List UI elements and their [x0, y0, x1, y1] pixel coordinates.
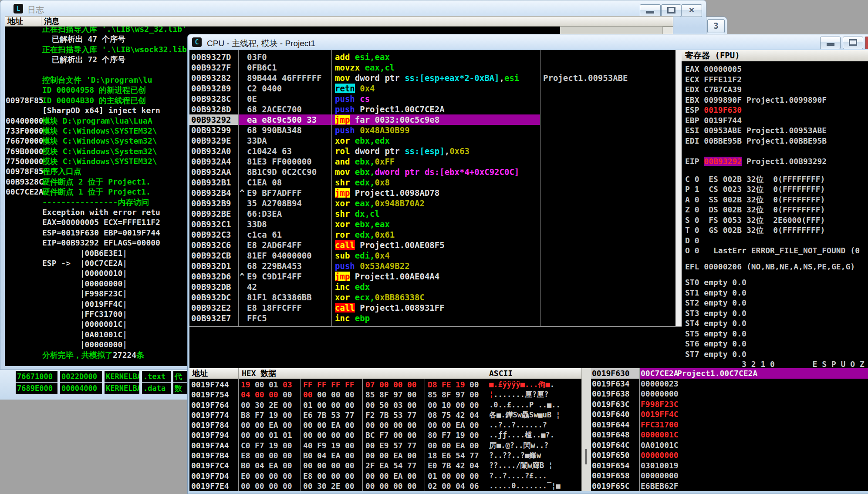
disasm-row[interactable]: 00B932E2E8 18FFCFFFcall Project1.008931F… [189, 302, 675, 313]
register-row[interactable]: ECX FFFE11F2 [682, 74, 868, 85]
stack-row[interactable]: 0019F63400000023 [591, 379, 868, 389]
stack-row[interactable]: 0019F65CE6BEB62F [591, 481, 868, 491]
disasm-row[interactable]: 00B932A481E3 FF000000and ebx,0xFF [189, 156, 675, 167]
minimize-button[interactable] [820, 37, 841, 49]
disasm-row[interactable]: 00B932D168 229BA453push 0x53A49B22 [189, 261, 675, 271]
disasm-row[interactable]: 00B93289C2 0400retn 0x4 [189, 83, 675, 94]
stack-row[interactable]: 0019F63CF998F23C [591, 399, 868, 410]
disasm-row[interactable]: 00B932A0c10424 63rol dword ptr ss:[esp],… [189, 146, 675, 156]
disasm-row[interactable]: 00B932E7FFC5inc ebp [189, 313, 675, 323]
register-row[interactable]: EDX C7B7CA39 [682, 84, 868, 95]
register-row[interactable]: EAX 00000005 [682, 64, 868, 74]
hexdump-row[interactable]: 0019F7A4C0F7190040F9190000E957770000EA00… [189, 440, 581, 450]
maximize-button[interactable] [843, 37, 863, 49]
hexdump-row[interactable]: 0019F7B4E8000000B004EA000000EA0018E65477… [189, 450, 581, 460]
register-row[interactable]: ST1 empty 0.0 [682, 288, 868, 298]
hexdump-column-hex[interactable]: HEX 数据 [242, 368, 276, 379]
register-row[interactable]: EBX 0099890F Project1.0099890F [682, 95, 868, 105]
hexdump-row[interactable]: 0019F7E40000000000302E000000000002000406… [189, 481, 581, 491]
close-button[interactable] [865, 37, 868, 49]
maximize-button[interactable] [661, 4, 681, 17]
log-message: 程序入口点 [42, 166, 81, 176]
window-button-fragment[interactable]: 3 [707, 19, 725, 33]
register-row[interactable]: ESI 00953ABE Project1.00953ABE [682, 125, 868, 136]
disasm-row[interactable]: 00B9329E33DAxor ebx,edx [189, 135, 675, 146]
register-row[interactable]: EDI 00BBE95B Project1.00BBE95B [682, 136, 868, 146]
hexdump-row[interactable]: 0019F7940000010100000000BCF7000080F71900… [189, 430, 581, 440]
disasm-row[interactable]: 00B9327F0FB6C1movzx eax,cl [189, 62, 675, 73]
register-row[interactable]: ESP 0019F630 [682, 105, 868, 115]
hexdump-vertical-scrollbar[interactable] [581, 368, 591, 491]
register-row[interactable] [682, 167, 868, 174]
disasm-row[interactable]: 00B9327D03F0add esi,eax [189, 52, 675, 62]
register-row[interactable]: P 1 CS 0023 32位 0(FFFFFFFF) [682, 184, 868, 195]
register-row[interactable]: O 0 LastErr ERROR_FILE_NOT_FOUND (0 [682, 245, 868, 256]
memmap-row[interactable]: 7689E00000004000KERNELBA.data数据 [0, 383, 189, 394]
register-row[interactable]: Z 0 DS 002B 32位 0(FFFFFFFF) [682, 205, 868, 215]
hexdump-row[interactable]: 0019F7C4B004EA00000000002FEA5477E07B4204… [189, 460, 581, 470]
register-row[interactable]: D 0 [682, 235, 868, 246]
register-row[interactable]: ST3 empty 0.0 [682, 308, 868, 319]
hexdump-row[interactable]: 0019F7540400000000000000858F9700858F9700… [189, 390, 581, 400]
hexdump-row[interactable]: 0019F76400302E00010000000050030000100000… [189, 400, 581, 410]
stack-row[interactable]: 0019F65000000000 [591, 450, 868, 460]
register-row[interactable]: ST7 empty 0.0 [682, 349, 868, 360]
stack-row[interactable]: 0019F65403010019 [591, 460, 868, 471]
disasm-row[interactable]: 00B9328289B444 46FFFFFFmov dword ptr ss:… [189, 73, 675, 83]
stack-row[interactable]: 0019F6400019FF4C [591, 409, 868, 420]
disassembly-scrollbar[interactable] [675, 50, 682, 326]
register-row[interactable]: ST5 empty 0.0 [682, 329, 868, 339]
disasm-row[interactable]: 00B9328D68 2ACEC700push Project1.00C7CE2… [189, 104, 675, 114]
register-row[interactable]: C 0 ES 002B 32位 0(FFFFFFFF) [682, 174, 868, 185]
log-column-message[interactable]: 消息 [41, 17, 60, 26]
hexdump-row[interactable]: 0019F7D4E0000000E80000000000EA0001000000… [189, 471, 581, 481]
stack-row[interactable]: 0019F63000C7CE2AProject1.00C7CE2A [591, 368, 868, 379]
hexdump-row[interactable]: 0019F7840000EA000000EA00000000000000EA00… [189, 420, 581, 430]
stack-row[interactable]: 0019F65800000000 [591, 470, 868, 481]
disasm-row[interactable]: 00B93292ea e8c9c500 33jmp far 0033:00c5c… [189, 114, 675, 125]
disasm-row[interactable]: 00B932C3c1ca 61ror edx,0x61 [189, 229, 675, 240]
scrollbar-thumb[interactable] [585, 449, 587, 464]
stack-row[interactable]: 0019F644FFC31700 [591, 420, 868, 430]
hex-byte-group: 07000000 [365, 380, 421, 390]
close-button[interactable]: ✕ [681, 4, 702, 17]
disasm-row[interactable]: 00B932B935 A2708B94xor eax,0x948B70A2 [189, 198, 675, 208]
register-row[interactable]: ST6 empty 0.0 [682, 339, 868, 349]
register-row[interactable]: EIP 00B93292 Project1.00B93292 [682, 156, 868, 167]
log-row[interactable]: 正在扫描导入库 '.\LIB\ws2_32.lib' [5, 27, 560, 34]
register-row[interactable]: S 0 FS 0053 32位 2E6000(FFF) [682, 215, 868, 225]
stack-row[interactable]: 0019F64C0A01001C [591, 440, 868, 450]
disasm-row[interactable]: 00B932DB42inc edx [189, 282, 675, 292]
disasm-row[interactable]: 00B932B4^E9 BF7ADFFFjmp Project1.0098AD7… [189, 188, 675, 198]
register-row[interactable]: EFL 00000206 (NO,NB,NE,A,NS,PE,GE,G) [682, 262, 868, 272]
register-row[interactable]: T 0 GS 002B 32位 0(FFFFFFFF) [682, 225, 868, 235]
disasm-row[interactable]: 00B932B1C1EA 08shr edx,0x8 [189, 177, 675, 188]
hexdump-column-ascii[interactable]: ASCII [489, 368, 513, 379]
register-row[interactable]: 3 2 1 0 E S P U O Z D I [682, 359, 868, 368]
disasm-row[interactable]: 00B932D6^E9 C9D1F4FFjmp Project1.00AE04A… [189, 271, 675, 282]
register-row[interactable] [682, 256, 868, 262]
register-row[interactable] [682, 146, 868, 156]
disasm-row[interactable]: 00B932C133D8xor ebx,eax [189, 219, 675, 229]
stack-row[interactable]: 0019F63800000000 [591, 389, 868, 399]
stack-row[interactable]: 0019F6480000001C [591, 430, 868, 440]
hexdump-row[interactable]: 0019F774B8F71900E67B5377F27B537708754204… [189, 410, 581, 420]
register-row[interactable]: ST0 empty 0.0 [682, 277, 868, 288]
disasm-row[interactable]: 00B9329968 990BA348push 0x48A30B99 [189, 125, 675, 135]
log-column-address[interactable]: 地址 [5, 17, 41, 26]
disasm-row[interactable]: 00B932C6E8 2AD6F4FFcall Project1.00AE08F… [189, 240, 675, 250]
register-row[interactable] [682, 272, 868, 277]
register-row[interactable]: A 0 SS 002B 32位 0(FFFFFFFF) [682, 195, 868, 205]
hexdump-row[interactable]: 0019F74419000103FFFFFFFF07000000D8FE1900… [189, 380, 581, 390]
disasm-row[interactable]: 00B932DC81F1 8C3386BBxor ecx,0xBB86338C [189, 292, 675, 302]
disasm-row[interactable]: 00B932AA8B1C9D 0C2CC90mov ebx,dword ptr … [189, 167, 675, 177]
register-row[interactable]: EBP 0019F744 [682, 115, 868, 126]
register-row[interactable]: ST4 empty 0.0 [682, 318, 868, 329]
disasm-row[interactable]: 00B932CB81EF 04000000sub edi,0x4 [189, 250, 675, 261]
register-row[interactable]: ST2 empty 0.0 [682, 298, 868, 308]
disasm-row[interactable]: 00B932BE66:D3EAshr dx,cl [189, 208, 675, 219]
disasm-row[interactable]: 00B9328C0Epush cs [189, 94, 675, 104]
memmap-row[interactable]: 766710000022D000KERNELBA.text代码, [0, 371, 189, 382]
hexdump-column-address[interactable]: 地址 [192, 368, 208, 379]
minimize-button[interactable] [640, 4, 661, 17]
